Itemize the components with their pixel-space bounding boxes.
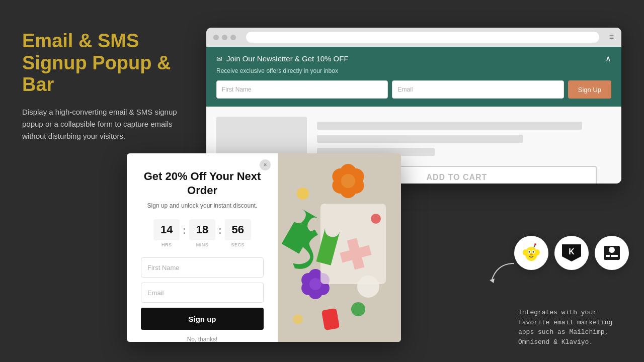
svg-point-20 xyxy=(357,276,379,298)
popup-image-panel xyxy=(278,153,401,342)
countdown-minutes-label: MINS xyxy=(189,242,215,247)
hamburger-icon: ≡ xyxy=(609,33,614,42)
countdown-hours-label: HRS xyxy=(153,242,180,247)
countdown-seconds-label: SECS xyxy=(225,242,251,247)
klaviyo-icon: K xyxy=(562,244,581,261)
svg-point-36 xyxy=(609,247,615,253)
newsletter-signup-button[interactable]: Sign Up xyxy=(568,80,611,99)
svg-point-18 xyxy=(351,302,365,316)
toy-image xyxy=(278,153,401,342)
svg-point-25 xyxy=(535,249,540,255)
newsletter-first-name-input[interactable] xyxy=(216,80,388,99)
toy-svg xyxy=(278,153,401,342)
skeleton-line-2 xyxy=(317,135,523,143)
svg-point-14 xyxy=(309,278,321,290)
newsletter-bar-header: ✉ Join Our Newsletter & Get 10% OFF ∧ xyxy=(216,54,611,63)
browser-dots xyxy=(213,35,236,40)
popup-title: Get 20% Off Your Next Order xyxy=(141,169,264,197)
integration-logos: K xyxy=(514,236,629,270)
popup-subtitle: Sign up and unlock your instant discount… xyxy=(141,202,264,209)
mailchimp-icon xyxy=(521,243,541,263)
svg-rect-38 xyxy=(611,255,618,257)
left-panel: Email & SMS Signup Popup & Bar Display a… xyxy=(22,30,193,142)
svg-point-29 xyxy=(533,251,534,253)
popup-email-input[interactable] xyxy=(141,283,264,303)
integrations-section: K Integrates with your favorite email ma… xyxy=(514,236,629,347)
browser-titlebar: ≡ xyxy=(206,28,621,47)
browser-url-bar xyxy=(246,32,599,43)
svg-point-17 xyxy=(371,214,381,224)
svg-point-23 xyxy=(526,247,536,258)
svg-point-19 xyxy=(293,314,303,324)
popup-close-button[interactable]: × xyxy=(260,159,271,170)
svg-point-24 xyxy=(523,249,528,255)
integration-text: Integrates with your favorite email mark… xyxy=(518,308,619,347)
countdown-seconds-unit: 56 SECS xyxy=(225,219,251,247)
mailchimp-logo xyxy=(514,236,548,270)
email-icon: ✉ xyxy=(216,55,222,63)
arrow-curve-svg xyxy=(487,261,517,286)
countdown-hours-value: 14 xyxy=(153,219,180,240)
popup-first-name-input[interactable] xyxy=(141,257,264,278)
countdown-timer: 14 HRS : 18 MINS : 56 SECS xyxy=(141,219,264,247)
newsletter-bar-subtitle: Receive exclusive offers directly in you… xyxy=(216,67,611,74)
omnisend-icon xyxy=(602,243,622,263)
main-description: Display a high-converting email & SMS si… xyxy=(22,106,193,142)
countdown-sep-2: : xyxy=(218,225,222,242)
main-title: Email & SMS Signup Popup & Bar xyxy=(22,30,193,96)
svg-rect-37 xyxy=(606,255,610,257)
skeleton-line-1 xyxy=(317,122,582,130)
svg-point-30 xyxy=(530,253,533,255)
svg-point-32 xyxy=(534,243,536,245)
popup-form-panel: × Get 20% Off Your Next Order Sign up an… xyxy=(127,153,278,342)
popup-signup-button[interactable]: Sign up xyxy=(141,308,264,330)
klaviyo-logo: K xyxy=(554,236,589,270)
integrations-wrapper: K Integrates with your favorite email ma… xyxy=(514,236,629,347)
svg-point-16 xyxy=(297,188,309,200)
countdown-minutes-unit: 18 MINS xyxy=(189,219,215,247)
newsletter-email-input[interactable] xyxy=(392,80,564,99)
countdown-seconds-value: 56 xyxy=(225,219,251,240)
popup-container: × Get 20% Off Your Next Order Sign up an… xyxy=(127,153,401,342)
omnisend-logo xyxy=(595,236,629,270)
newsletter-bar-form: Sign Up xyxy=(216,80,611,99)
svg-point-28 xyxy=(529,251,530,253)
countdown-sep-1: : xyxy=(183,225,186,242)
svg-point-7 xyxy=(341,174,355,188)
collapse-icon[interactable]: ∧ xyxy=(605,54,611,63)
browser-dot-red xyxy=(213,35,219,40)
browser-dot-green xyxy=(230,35,236,40)
newsletter-bar-title: ✉ Join Our Newsletter & Get 10% OFF xyxy=(216,54,349,63)
countdown-minutes-value: 18 xyxy=(189,219,215,240)
popup-no-thanks-link[interactable]: No, thanks! xyxy=(141,336,264,342)
svg-text:K: K xyxy=(569,247,575,256)
countdown-hours-unit: 14 HRS xyxy=(153,219,180,247)
browser-dot-yellow xyxy=(222,35,227,40)
newsletter-bar: ✉ Join Our Newsletter & Get 10% OFF ∧ Re… xyxy=(206,47,621,107)
